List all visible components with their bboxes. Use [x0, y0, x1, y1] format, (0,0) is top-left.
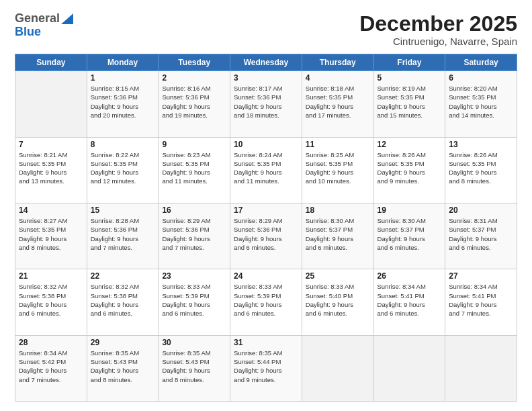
title-block: December 2025 Cintruenigo, Navarre, Spai…: [359, 12, 517, 47]
day-info: Sunrise: 8:24 AM Sunset: 5:35 PM Dayligh…: [234, 150, 298, 186]
day-number: 24: [234, 271, 298, 281]
day-number: 28: [19, 338, 83, 347]
calendar-table: SundayMondayTuesdayWednesdayThursdayFrid…: [15, 54, 517, 402]
calendar-week-0: 1Sunrise: 8:15 AM Sunset: 5:36 PM Daylig…: [15, 71, 517, 137]
header-cell-sunday: Sunday: [15, 54, 87, 71]
day-number: 2: [162, 73, 226, 83]
day-number: 17: [234, 205, 298, 215]
calendar-week-2: 14Sunrise: 8:27 AM Sunset: 5:35 PM Dayli…: [15, 203, 517, 269]
day-info: Sunrise: 8:31 AM Sunset: 5:37 PM Dayligh…: [449, 216, 513, 252]
day-number: 6: [449, 73, 513, 83]
calendar-cell: [302, 335, 373, 401]
logo-general-text: General: [15, 12, 60, 26]
day-info: Sunrise: 8:19 AM Sunset: 5:35 PM Dayligh…: [378, 84, 442, 120]
header-cell-saturday: Saturday: [445, 54, 517, 71]
header-cell-thursday: Thursday: [302, 54, 373, 71]
calendar-cell: 1Sunrise: 8:15 AM Sunset: 5:36 PM Daylig…: [87, 71, 159, 137]
day-number: 9: [162, 140, 226, 149]
logo-icon: [61, 13, 73, 24]
day-number: 3: [234, 73, 298, 83]
day-number: 31: [234, 338, 298, 347]
day-number: 21: [19, 271, 83, 281]
day-number: 8: [91, 140, 155, 149]
calendar-cell: 14Sunrise: 8:27 AM Sunset: 5:35 PM Dayli…: [15, 203, 87, 269]
calendar-cell: 17Sunrise: 8:29 AM Sunset: 5:36 PM Dayli…: [230, 203, 302, 269]
calendar-cell: 22Sunrise: 8:32 AM Sunset: 5:38 PM Dayli…: [87, 269, 159, 335]
day-number: 14: [19, 205, 83, 215]
calendar-cell: 16Sunrise: 8:29 AM Sunset: 5:36 PM Dayli…: [159, 203, 230, 269]
day-info: Sunrise: 8:32 AM Sunset: 5:38 PM Dayligh…: [91, 282, 155, 318]
calendar-cell: 8Sunrise: 8:22 AM Sunset: 5:35 PM Daylig…: [87, 137, 159, 203]
calendar-cell: 27Sunrise: 8:34 AM Sunset: 5:41 PM Dayli…: [445, 269, 517, 335]
page-subtitle: Cintruenigo, Navarre, Spain: [359, 36, 517, 47]
calendar-cell: 28Sunrise: 8:34 AM Sunset: 5:42 PM Dayli…: [15, 335, 87, 401]
calendar-cell: 23Sunrise: 8:33 AM Sunset: 5:39 PM Dayli…: [159, 269, 230, 335]
day-number: 12: [378, 140, 442, 149]
day-info: Sunrise: 8:27 AM Sunset: 5:35 PM Dayligh…: [19, 216, 83, 252]
calendar-cell: 20Sunrise: 8:31 AM Sunset: 5:37 PM Dayli…: [445, 203, 517, 269]
day-info: Sunrise: 8:20 AM Sunset: 5:35 PM Dayligh…: [449, 84, 513, 120]
day-number: 19: [378, 205, 442, 215]
calendar-cell: 5Sunrise: 8:19 AM Sunset: 5:35 PM Daylig…: [373, 71, 445, 137]
day-info: Sunrise: 8:33 AM Sunset: 5:39 PM Dayligh…: [162, 282, 226, 318]
day-number: 27: [449, 271, 513, 281]
calendar-cell: 11Sunrise: 8:25 AM Sunset: 5:35 PM Dayli…: [302, 137, 373, 203]
calendar-header: SundayMondayTuesdayWednesdayThursdayFrid…: [15, 54, 517, 71]
day-info: Sunrise: 8:25 AM Sunset: 5:35 PM Dayligh…: [306, 150, 370, 186]
calendar-cell: 26Sunrise: 8:34 AM Sunset: 5:41 PM Dayli…: [373, 269, 445, 335]
header-cell-wednesday: Wednesday: [230, 54, 302, 71]
calendar-cell: 15Sunrise: 8:28 AM Sunset: 5:36 PM Dayli…: [87, 203, 159, 269]
calendar-cell: 4Sunrise: 8:18 AM Sunset: 5:35 PM Daylig…: [302, 71, 373, 137]
day-number: 26: [378, 271, 442, 281]
logo-blue-text: Blue: [15, 25, 41, 38]
calendar-body: 1Sunrise: 8:15 AM Sunset: 5:36 PM Daylig…: [15, 71, 517, 402]
day-info: Sunrise: 8:22 AM Sunset: 5:35 PM Dayligh…: [91, 150, 155, 186]
day-info: Sunrise: 8:35 AM Sunset: 5:44 PM Dayligh…: [234, 349, 298, 384]
day-number: 30: [162, 338, 226, 347]
calendar-cell: 9Sunrise: 8:23 AM Sunset: 5:35 PM Daylig…: [159, 137, 230, 203]
calendar-cell: 21Sunrise: 8:32 AM Sunset: 5:38 PM Dayli…: [15, 269, 87, 335]
page-title: December 2025: [359, 12, 517, 36]
day-info: Sunrise: 8:33 AM Sunset: 5:39 PM Dayligh…: [234, 282, 298, 318]
day-info: Sunrise: 8:16 AM Sunset: 5:36 PM Dayligh…: [162, 84, 226, 120]
calendar-cell: 2Sunrise: 8:16 AM Sunset: 5:36 PM Daylig…: [159, 71, 230, 137]
calendar-cell: 30Sunrise: 8:35 AM Sunset: 5:43 PM Dayli…: [159, 335, 230, 401]
day-info: Sunrise: 8:34 AM Sunset: 5:42 PM Dayligh…: [19, 349, 83, 384]
day-info: Sunrise: 8:35 AM Sunset: 5:43 PM Dayligh…: [162, 349, 226, 384]
calendar-cell: 18Sunrise: 8:30 AM Sunset: 5:37 PM Dayli…: [302, 203, 373, 269]
page: General Blue December 2025 Cintruenigo, …: [0, 0, 532, 411]
day-info: Sunrise: 8:21 AM Sunset: 5:35 PM Dayligh…: [19, 150, 83, 186]
logo: General Blue: [15, 12, 73, 39]
calendar-cell: [373, 335, 445, 401]
day-info: Sunrise: 8:34 AM Sunset: 5:41 PM Dayligh…: [449, 282, 513, 318]
day-number: 4: [306, 73, 370, 83]
calendar-week-4: 28Sunrise: 8:34 AM Sunset: 5:42 PM Dayli…: [15, 335, 517, 401]
calendar-cell: 7Sunrise: 8:21 AM Sunset: 5:35 PM Daylig…: [15, 137, 87, 203]
day-info: Sunrise: 8:29 AM Sunset: 5:36 PM Dayligh…: [162, 216, 226, 252]
day-info: Sunrise: 8:18 AM Sunset: 5:35 PM Dayligh…: [306, 84, 370, 120]
day-info: Sunrise: 8:34 AM Sunset: 5:41 PM Dayligh…: [378, 282, 442, 318]
calendar-cell: 13Sunrise: 8:26 AM Sunset: 5:35 PM Dayli…: [445, 137, 517, 203]
day-info: Sunrise: 8:33 AM Sunset: 5:40 PM Dayligh…: [306, 282, 370, 318]
day-number: 20: [449, 205, 513, 215]
day-number: 23: [162, 271, 226, 281]
calendar-cell: [445, 335, 517, 401]
day-info: Sunrise: 8:23 AM Sunset: 5:35 PM Dayligh…: [162, 150, 226, 186]
day-info: Sunrise: 8:26 AM Sunset: 5:35 PM Dayligh…: [449, 150, 513, 186]
day-number: 11: [306, 140, 370, 149]
day-number: 10: [234, 140, 298, 149]
day-info: Sunrise: 8:15 AM Sunset: 5:36 PM Dayligh…: [91, 84, 155, 120]
day-number: 25: [306, 271, 370, 281]
calendar-cell: 12Sunrise: 8:26 AM Sunset: 5:35 PM Dayli…: [373, 137, 445, 203]
day-info: Sunrise: 8:30 AM Sunset: 5:37 PM Dayligh…: [306, 216, 370, 252]
day-info: Sunrise: 8:35 AM Sunset: 5:43 PM Dayligh…: [91, 349, 155, 384]
day-number: 5: [378, 73, 442, 83]
day-number: 7: [19, 140, 83, 149]
day-number: 22: [91, 271, 155, 281]
day-info: Sunrise: 8:29 AM Sunset: 5:36 PM Dayligh…: [234, 216, 298, 252]
day-number: 18: [306, 205, 370, 215]
calendar-cell: 19Sunrise: 8:30 AM Sunset: 5:37 PM Dayli…: [373, 203, 445, 269]
header-cell-friday: Friday: [373, 54, 445, 71]
day-info: Sunrise: 8:32 AM Sunset: 5:38 PM Dayligh…: [19, 282, 83, 318]
header-cell-tuesday: Tuesday: [159, 54, 230, 71]
